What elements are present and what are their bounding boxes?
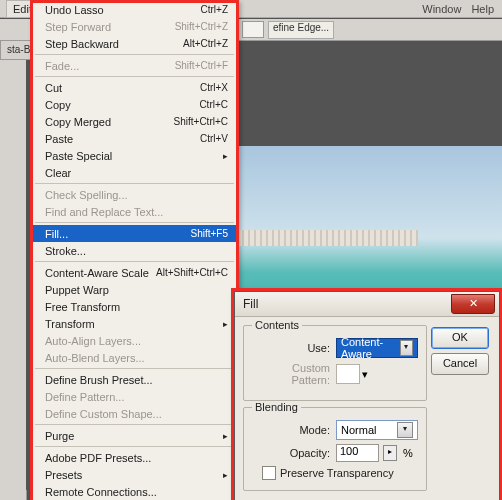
menu-separator	[35, 183, 234, 184]
menu-item-label: Auto-Align Layers...	[45, 335, 141, 347]
menu-item-label: Define Pattern...	[45, 391, 125, 403]
menu-item: Step ForwardShift+Ctrl+Z	[31, 18, 238, 35]
ok-button[interactable]: OK	[431, 327, 489, 349]
menu-item[interactable]: Clear	[31, 164, 238, 181]
menu-item-label: Define Custom Shape...	[45, 408, 162, 420]
custom-pattern-label: Custom Pattern:	[252, 362, 330, 386]
menu-item: Define Pattern...	[31, 388, 238, 405]
menu-item-shortcut: Alt+Shift+Ctrl+C	[156, 267, 228, 278]
menu-item-shortcut: Ctrl+V	[200, 133, 228, 144]
menu-item[interactable]: Purge	[31, 427, 238, 444]
mode-value: Normal	[341, 424, 376, 436]
menu-item-label: Cut	[45, 82, 62, 94]
menu-item-label: Paste	[45, 133, 73, 145]
menu-separator	[35, 424, 234, 425]
pattern-swatch	[336, 364, 360, 384]
use-label: Use:	[252, 342, 330, 354]
menu-window[interactable]: Window	[422, 3, 461, 15]
contents-legend: Contents	[252, 319, 302, 331]
menu-item-label: Presets	[45, 469, 82, 481]
opacity-input[interactable]: 100	[336, 444, 379, 462]
chevron-down-icon: ▾	[362, 368, 368, 381]
menu-item[interactable]: Remote Connections...	[31, 483, 238, 500]
menu-item-label: Undo Lasso	[45, 4, 104, 16]
menu-item[interactable]: Step BackwardAlt+Ctrl+Z	[31, 35, 238, 52]
menu-item-label: Fade...	[45, 60, 79, 72]
cancel-button[interactable]: Cancel	[431, 353, 489, 375]
menu-separator	[35, 261, 234, 262]
menu-item: Find and Replace Text...	[31, 203, 238, 220]
menu-item-label: Purge	[45, 430, 74, 442]
menu-item-shortcut: Ctrl+X	[200, 82, 228, 93]
menu-item[interactable]: Free Transform	[31, 298, 238, 315]
dialog-title: Fill	[243, 297, 258, 311]
use-value: Content-Aware	[341, 336, 400, 360]
menu-item[interactable]: Content-Aware ScaleAlt+Shift+Ctrl+C	[31, 264, 238, 281]
menu-item[interactable]: PasteCtrl+V	[31, 130, 238, 147]
menu-item: Check Spelling...	[31, 186, 238, 203]
menu-item: Define Custom Shape...	[31, 405, 238, 422]
menu-item[interactable]: Define Brush Preset...	[31, 371, 238, 388]
menu-item[interactable]: CutCtrl+X	[31, 79, 238, 96]
menu-item-shortcut: Shift+Ctrl+C	[174, 116, 228, 127]
chevron-down-icon: ▾	[397, 422, 413, 438]
menu-item-label: Auto-Blend Layers...	[45, 352, 145, 364]
menu-item-shortcut: Shift+Ctrl+Z	[175, 21, 228, 32]
menu-item-shortcut: Ctrl+C	[199, 99, 228, 110]
menu-item-label: Paste Special	[45, 150, 112, 162]
opacity-percent: %	[403, 447, 413, 459]
menu-item-label: Transform	[45, 318, 95, 330]
menu-item-shortcut: Ctrl+Z	[201, 4, 229, 15]
preserve-transparency-label: Preserve Transparency	[280, 467, 394, 479]
options-swatch[interactable]	[242, 21, 264, 38]
menu-help[interactable]: Help	[471, 3, 494, 15]
menu-separator	[35, 222, 234, 223]
chevron-down-icon[interactable]: ▸	[383, 445, 397, 461]
checkbox-icon	[262, 466, 276, 480]
blending-legend: Blending	[252, 401, 301, 413]
close-icon[interactable]: ✕	[451, 294, 495, 314]
menu-item[interactable]: Fill...Shift+F5	[31, 225, 238, 242]
menu-item-shortcut: Shift+F5	[190, 228, 228, 239]
menu-item-label: Free Transform	[45, 301, 120, 313]
menu-item-label: Adobe PDF Presets...	[45, 452, 151, 464]
menu-item: Auto-Align Layers...	[31, 332, 238, 349]
menu-item-label: Remote Connections...	[45, 486, 157, 498]
contents-group: Contents Use: Content-Aware ▾ Custom Pat…	[243, 325, 427, 401]
menu-separator	[35, 368, 234, 369]
menu-item[interactable]: Stroke...	[31, 242, 238, 259]
menu-item-label: Copy	[45, 99, 71, 111]
menu-item-label: Content-Aware Scale	[45, 267, 149, 279]
opacity-label: Opacity:	[252, 447, 330, 459]
chevron-down-icon: ▾	[400, 340, 413, 356]
dialog-titlebar[interactable]: Fill ✕	[235, 292, 499, 317]
preserve-transparency-checkbox[interactable]: Preserve Transparency	[262, 466, 418, 480]
fill-dialog: Fill ✕ OK Cancel Contents Use: Content-A…	[234, 291, 500, 500]
mode-select[interactable]: Normal ▾	[336, 420, 418, 440]
menu-item[interactable]: Puppet Warp	[31, 281, 238, 298]
menu-item[interactable]: Adobe PDF Presets...	[31, 449, 238, 466]
menu-item-label: Define Brush Preset...	[45, 374, 153, 386]
tool-palette[interactable]	[0, 41, 27, 500]
menu-item-label: Check Spelling...	[45, 189, 128, 201]
menu-item-label: Stroke...	[45, 245, 86, 257]
menu-item-shortcut: Shift+Ctrl+F	[175, 60, 228, 71]
menu-item[interactable]: Transform	[31, 315, 238, 332]
menu-item[interactable]: Copy MergedShift+Ctrl+C	[31, 113, 238, 130]
menu-item-label: Puppet Warp	[45, 284, 109, 296]
image-content	[238, 230, 418, 246]
menu-separator	[35, 54, 234, 55]
menu-item-label: Step Backward	[45, 38, 119, 50]
menu-item: Auto-Blend Layers...	[31, 349, 238, 366]
menu-item[interactable]: Presets	[31, 466, 238, 483]
menu-item[interactable]: CopyCtrl+C	[31, 96, 238, 113]
use-select[interactable]: Content-Aware ▾	[336, 338, 418, 358]
mode-label: Mode:	[252, 424, 330, 436]
menu-item[interactable]: Paste Special	[31, 147, 238, 164]
menu-separator	[35, 446, 234, 447]
menu-item-label: Find and Replace Text...	[45, 206, 163, 218]
menu-item[interactable]: Undo LassoCtrl+Z	[31, 1, 238, 18]
menu-item: Fade...Shift+Ctrl+F	[31, 57, 238, 74]
menu-item-label: Step Forward	[45, 21, 111, 33]
refine-edge-button[interactable]: efine Edge...	[268, 21, 334, 39]
